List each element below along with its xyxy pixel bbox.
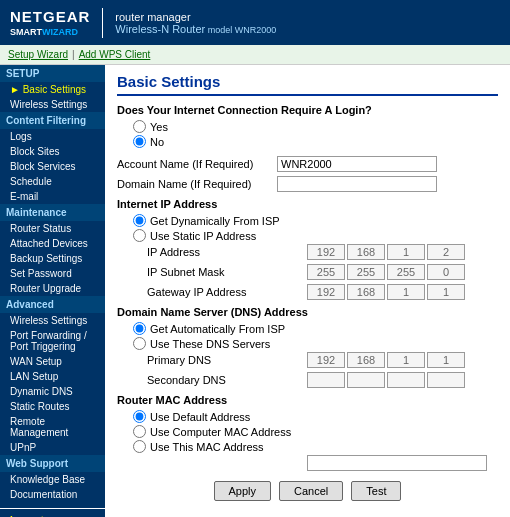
gateway-octet2[interactable] <box>347 284 385 300</box>
ip-address-label: IP Address <box>147 246 307 258</box>
sidebar-item-adv-wireless[interactable]: Wireless Settings <box>0 313 105 328</box>
sidebar-item-static-routes[interactable]: Static Routes <box>0 399 105 414</box>
account-name-row: Account Name (If Required) <box>117 156 498 172</box>
logout-item[interactable]: Logout <box>0 513 105 517</box>
sidebar-item-set-password[interactable]: Set Password <box>0 266 105 281</box>
wizard-text: WIZARD <box>42 27 78 37</box>
sidebar-item-schedule[interactable]: Schedule <box>0 174 105 189</box>
add-wps-link[interactable]: Add WPS Client <box>79 49 151 60</box>
get-dynamically-radio[interactable] <box>133 214 146 227</box>
router-mac-header: Router MAC Address <box>117 394 498 406</box>
yes-label: Yes <box>150 121 168 133</box>
yes-radio[interactable] <box>133 120 146 133</box>
router-info: router manager Wireless-N Router model W… <box>115 11 276 35</box>
sidebar-item-documentation[interactable]: Documentation <box>0 487 105 502</box>
subnet-octet4[interactable] <box>427 264 465 280</box>
tagline: router manager <box>115 11 276 23</box>
setup-section-title: SETUP <box>0 65 105 82</box>
sidebar-item-logs[interactable]: Logs <box>0 129 105 144</box>
subnet-octet1[interactable] <box>307 264 345 280</box>
no-label: No <box>150 136 164 148</box>
get-dynamically-row: Get Dynamically From ISP <box>117 214 498 227</box>
sidebar-item-wireless-settings[interactable]: Wireless Settings <box>0 97 105 112</box>
sidebar-item-block-services[interactable]: Block Services <box>0 159 105 174</box>
dns-secondary-octet4[interactable] <box>427 372 465 388</box>
dns-secondary-octet2[interactable] <box>347 372 385 388</box>
sidebar-item-port-forwarding[interactable]: Port Forwarding / Port Triggering <box>0 328 105 354</box>
this-mac-input-row <box>117 455 498 471</box>
sidebar-item-block-sites[interactable]: Block Sites <box>0 144 105 159</box>
dns-primary-octet1[interactable] <box>307 352 345 368</box>
get-auto-dns-radio[interactable] <box>133 322 146 335</box>
test-button[interactable]: Test <box>351 481 401 501</box>
sidebar-item-attached-devices[interactable]: Attached Devices <box>0 236 105 251</box>
this-mac-input[interactable] <box>307 455 487 471</box>
ip-octet1[interactable] <box>307 244 345 260</box>
sidebar-item-remote-mgmt[interactable]: Remote Management <box>0 414 105 440</box>
gateway-octet4[interactable] <box>427 284 465 300</box>
sidebar-item-basic-settings[interactable]: ► Basic Settings <box>0 82 105 97</box>
dns-secondary-octet1[interactable] <box>307 372 345 388</box>
web-support-title: Web Support <box>0 455 105 472</box>
subnet-octet3[interactable] <box>387 264 425 280</box>
ip-octet4[interactable] <box>427 244 465 260</box>
primary-dns-inputs <box>307 352 465 368</box>
secondary-dns-inputs <box>307 372 465 388</box>
gateway-inputs <box>307 284 465 300</box>
dns-secondary-octet3[interactable] <box>387 372 425 388</box>
no-radio-row: No <box>117 135 498 148</box>
internet-ip-section-header: Internet IP Address <box>117 198 498 210</box>
use-computer-mac-radio[interactable] <box>133 425 146 438</box>
get-auto-dns-label: Get Automatically From ISP <box>150 323 285 335</box>
ip-subnet-inputs <box>307 264 465 280</box>
dns-primary-octet4[interactable] <box>427 352 465 368</box>
use-these-dns-radio[interactable] <box>133 337 146 350</box>
logo: NETGEAR SMARTWIZARD <box>10 8 90 37</box>
dns-primary-octet2[interactable] <box>347 352 385 368</box>
sidebar-item-lan-setup[interactable]: LAN Setup <box>0 369 105 384</box>
use-this-mac-radio[interactable] <box>133 440 146 453</box>
sidebar-item-upnp[interactable]: UPnP <box>0 440 105 455</box>
ip-subnet-label: IP Subnet Mask <box>147 266 307 278</box>
secondary-dns-row: Secondary DNS <box>117 372 498 388</box>
subnet-octet2[interactable] <box>347 264 385 280</box>
sidebar-item-backup-settings[interactable]: Backup Settings <box>0 251 105 266</box>
setup-wizard-link[interactable]: Setup Wizard <box>8 49 68 60</box>
get-dynamically-label: Get Dynamically From ISP <box>150 215 280 227</box>
yes-radio-row: Yes <box>117 120 498 133</box>
sidebar-item-wan-setup[interactable]: WAN Setup <box>0 354 105 369</box>
gateway-octet3[interactable] <box>387 284 425 300</box>
main-layout: SETUP ► Basic Settings Wireless Settings… <box>0 65 510 517</box>
apply-button[interactable]: Apply <box>214 481 272 501</box>
gateway-octet1[interactable] <box>307 284 345 300</box>
use-this-mac-row: Use This MAC Address <box>117 440 498 453</box>
page-title: Basic Settings <box>117 73 498 96</box>
maintenance-title: Maintenance <box>0 204 105 221</box>
gateway-ip-row: Gateway IP Address <box>117 284 498 300</box>
netgear-text: NETGEAR <box>10 8 90 25</box>
domain-name-row: Domain Name (If Required) <box>117 176 498 192</box>
use-default-mac-label: Use Default Address <box>150 411 250 423</box>
subnav-sep: | <box>72 49 75 60</box>
dns-primary-octet3[interactable] <box>387 352 425 368</box>
cancel-button[interactable]: Cancel <box>279 481 343 501</box>
account-name-input[interactable] <box>277 156 437 172</box>
no-radio[interactable] <box>133 135 146 148</box>
ip-octet2[interactable] <box>347 244 385 260</box>
use-static-label: Use Static IP Address <box>150 230 256 242</box>
ip-subnet-row: IP Subnet Mask <box>117 264 498 280</box>
domain-name-label: Domain Name (If Required) <box>117 178 277 190</box>
domain-name-input[interactable] <box>277 176 437 192</box>
sidebar-item-router-upgrade[interactable]: Router Upgrade <box>0 281 105 296</box>
use-computer-mac-row: Use Computer MAC Address <box>117 425 498 438</box>
sidebar-item-dynamic-dns[interactable]: Dynamic DNS <box>0 384 105 399</box>
use-default-mac-radio[interactable] <box>133 410 146 423</box>
use-these-dns-row: Use These DNS Servers <box>117 337 498 350</box>
sidebar-item-knowledge-base[interactable]: Knowledge Base <box>0 472 105 487</box>
use-static-radio[interactable] <box>133 229 146 242</box>
use-these-dns-label: Use These DNS Servers <box>150 338 270 350</box>
gateway-ip-label: Gateway IP Address <box>147 286 307 298</box>
sidebar-item-router-status[interactable]: Router Status <box>0 221 105 236</box>
sidebar-item-email[interactable]: E-mail <box>0 189 105 204</box>
ip-octet3[interactable] <box>387 244 425 260</box>
